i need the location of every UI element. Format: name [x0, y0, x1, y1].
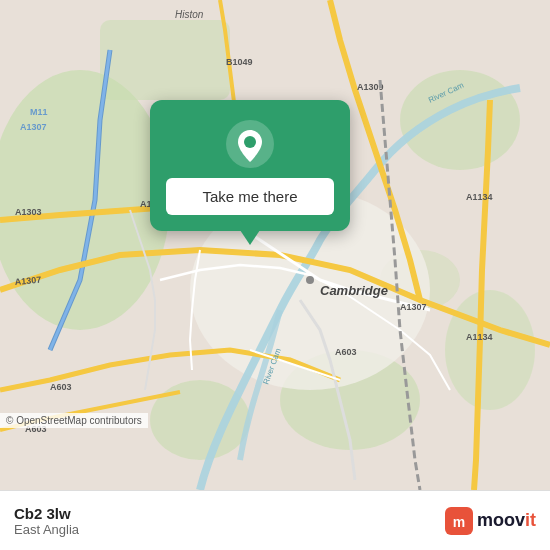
bottom-bar: Cb2 3lw East Anglia m moovit: [0, 490, 550, 550]
moovit-logo-icon: m: [445, 507, 473, 535]
svg-text:A1134: A1134: [466, 192, 493, 202]
svg-text:A1307: A1307: [400, 302, 427, 312]
svg-point-28: [244, 136, 256, 148]
svg-rect-6: [100, 20, 230, 100]
svg-text:A1303: A1303: [15, 207, 42, 217]
svg-point-5: [445, 290, 535, 410]
region-name: East Anglia: [14, 522, 79, 537]
svg-text:A603: A603: [50, 382, 72, 392]
svg-text:A603: A603: [335, 347, 357, 357]
map-container: A1307 A1307 A1303 A1303 A1309 A1134 A113…: [0, 0, 550, 490]
popup-card: Take me there: [150, 100, 350, 231]
moovit-logo-text: moovit: [477, 510, 536, 531]
svg-text:B1049: B1049: [226, 57, 253, 67]
map-attribution: © OpenStreetMap contributors: [0, 413, 148, 428]
svg-text:Cambridge: Cambridge: [320, 283, 388, 298]
moovit-logo: m moovit: [445, 507, 536, 535]
svg-text:A1307: A1307: [20, 122, 47, 132]
svg-text:m: m: [453, 514, 465, 530]
location-pin-icon: [226, 120, 274, 168]
svg-text:Histon: Histon: [175, 9, 204, 20]
svg-text:A1134: A1134: [466, 332, 493, 342]
svg-point-26: [306, 276, 314, 284]
location-name: Cb2 3lw: [14, 505, 79, 522]
take-me-there-button[interactable]: Take me there: [166, 178, 334, 215]
svg-text:M11: M11: [30, 107, 48, 117]
location-info: Cb2 3lw East Anglia: [14, 505, 79, 537]
